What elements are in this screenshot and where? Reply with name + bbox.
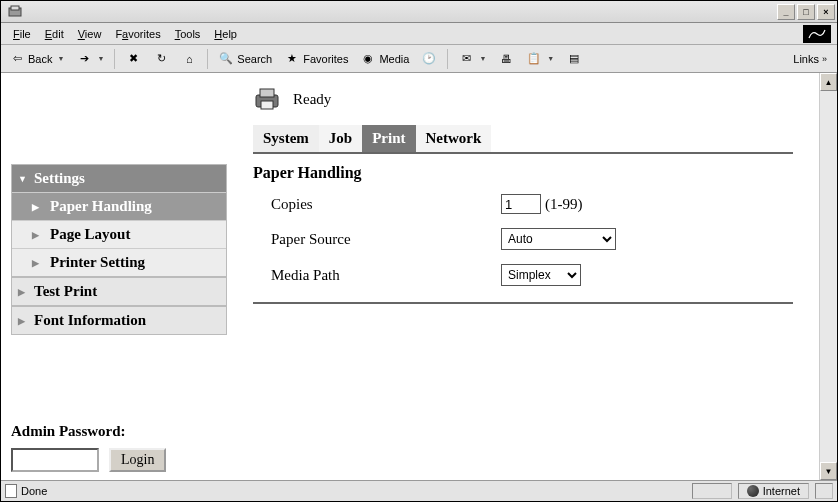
forward-arrow-icon: ➔: [76, 51, 92, 67]
copies-range-hint: (1-99): [545, 196, 583, 213]
scroll-up-button[interactable]: ▲: [820, 73, 837, 91]
toolbar: ⇦ Back ▼ ➔ ▼ ✖ ↻ ⌂ 🔍 Search ★ Favorites …: [1, 45, 837, 73]
login-button[interactable]: Login: [109, 448, 166, 472]
zone-text: Internet: [763, 485, 800, 497]
search-icon: 🔍: [218, 51, 234, 67]
settings-sidebar: ▼ Settings ▶ Paper Handling ▶ Page Layou…: [11, 164, 227, 472]
search-button[interactable]: 🔍 Search: [214, 49, 276, 69]
close-button[interactable]: ×: [817, 4, 835, 20]
sidebar-item-paper-handling[interactable]: ▶ Paper Handling: [12, 192, 226, 220]
admin-login-block: Admin Password: Login: [11, 423, 227, 472]
refresh-button[interactable]: ↻: [149, 49, 173, 69]
stop-button[interactable]: ✖: [121, 49, 145, 69]
status-cell-trailing: [815, 483, 833, 499]
sidebar-group-settings[interactable]: ▼ Settings: [12, 165, 226, 192]
brand-logo: [803, 25, 831, 43]
sidebar-group-test-print[interactable]: ▶ Test Print: [12, 278, 226, 305]
history-button[interactable]: 🕑: [417, 49, 441, 69]
back-label: Back: [28, 53, 52, 65]
tab-network[interactable]: Network: [416, 125, 492, 152]
chevron-right-icon: »: [822, 54, 827, 64]
app-icon: [7, 4, 23, 20]
sidebar-item-page-layout[interactable]: ▶ Page Layout: [12, 220, 226, 248]
mail-icon: ✉: [458, 51, 474, 67]
favorites-star-icon: ★: [284, 51, 300, 67]
chevron-right-icon: ▶: [18, 316, 28, 326]
media-button[interactable]: ◉ Media: [356, 49, 413, 69]
sidebar-label: Font Information: [34, 312, 146, 329]
admin-password-label: Admin Password:: [11, 423, 227, 440]
copies-label: Copies: [253, 196, 501, 213]
media-icon: ◉: [360, 51, 376, 67]
document-icon: [5, 484, 17, 498]
toolbar-separator: [114, 49, 115, 69]
menu-tools[interactable]: Tools: [169, 26, 207, 42]
admin-password-input[interactable]: [11, 448, 99, 472]
refresh-icon: ↻: [153, 51, 169, 67]
field-paper-source: Paper Source Auto: [253, 228, 803, 250]
history-icon: 🕑: [421, 51, 437, 67]
print-toolbar-button[interactable]: 🖶: [494, 49, 518, 69]
svg-rect-5: [261, 101, 273, 109]
status-bar: Done Internet: [1, 481, 837, 501]
back-button[interactable]: ⇦ Back ▼: [5, 49, 68, 69]
menu-help[interactable]: Help: [208, 26, 243, 42]
copies-input[interactable]: [501, 194, 541, 214]
menu-file[interactable]: File: [7, 26, 37, 42]
favorites-label: Favorites: [303, 53, 348, 65]
paper-source-select[interactable]: Auto: [501, 228, 616, 250]
menu-edit[interactable]: Edit: [39, 26, 70, 42]
menu-view[interactable]: View: [72, 26, 108, 42]
forward-button[interactable]: ➔ ▼: [72, 49, 108, 69]
panel-divider: [253, 302, 793, 304]
maximize-button[interactable]: □: [797, 4, 815, 20]
tab-job[interactable]: Job: [319, 125, 362, 152]
paper-handling-panel: Paper Handling Copies (1-99) Paper Sourc…: [253, 164, 803, 472]
search-label: Search: [237, 53, 272, 65]
links-label: Links: [793, 53, 819, 65]
sidebar-label: Printer Setting: [50, 254, 145, 271]
vertical-scrollbar[interactable]: ▲ ▼: [819, 73, 837, 480]
paper-source-label: Paper Source: [253, 231, 501, 248]
edit-page-button[interactable]: 📋▼: [522, 49, 558, 69]
svg-rect-1: [11, 6, 19, 10]
home-button[interactable]: ⌂: [177, 49, 201, 69]
discuss-button[interactable]: ▤: [562, 49, 586, 69]
security-zone: Internet: [738, 483, 809, 499]
scroll-track[interactable]: [820, 91, 837, 462]
links-button[interactable]: Links »: [787, 51, 833, 67]
field-copies: Copies (1-99): [253, 194, 803, 214]
chevron-right-icon: ▶: [32, 230, 42, 240]
edit-icon: 📋: [526, 51, 542, 67]
tab-system[interactable]: System: [253, 125, 319, 152]
minimize-button[interactable]: _: [777, 4, 795, 20]
dropdown-icon: ▼: [97, 55, 104, 62]
scroll-down-button[interactable]: ▼: [820, 462, 837, 480]
sidebar-label: Page Layout: [50, 226, 130, 243]
status-done-text: Done: [21, 485, 47, 497]
media-label: Media: [379, 53, 409, 65]
dropdown-icon: ▼: [57, 55, 64, 62]
status-text: Ready: [293, 91, 331, 108]
dropdown-icon: ▼: [479, 55, 486, 62]
printer-status-header: Ready: [253, 87, 803, 111]
tab-print[interactable]: Print: [362, 125, 415, 152]
printer-icon: [253, 87, 281, 111]
media-path-select[interactable]: Simplex: [501, 264, 581, 286]
sidebar-item-printer-setting[interactable]: ▶ Printer Setting: [12, 248, 226, 276]
menu-favorites[interactable]: Favorites: [109, 26, 166, 42]
globe-icon: [747, 485, 759, 497]
menu-bar: File Edit View Favorites Tools Help: [1, 23, 837, 45]
chevron-right-icon: ▶: [32, 202, 42, 212]
window-titlebar: _ □ ×: [1, 1, 837, 23]
favorites-button[interactable]: ★ Favorites: [280, 49, 352, 69]
back-arrow-icon: ⇦: [9, 51, 25, 67]
media-path-label: Media Path: [253, 267, 501, 284]
mail-button[interactable]: ✉▼: [454, 49, 490, 69]
sidebar-label: Settings: [34, 170, 85, 187]
sidebar-group-font-information[interactable]: ▶ Font Information: [12, 307, 226, 334]
print-icon: 🖶: [498, 51, 514, 67]
content-viewport: Ready System Job Print Network ▼ Setting…: [1, 73, 837, 481]
home-icon: ⌂: [181, 51, 197, 67]
sidebar-label: Paper Handling: [50, 198, 152, 215]
